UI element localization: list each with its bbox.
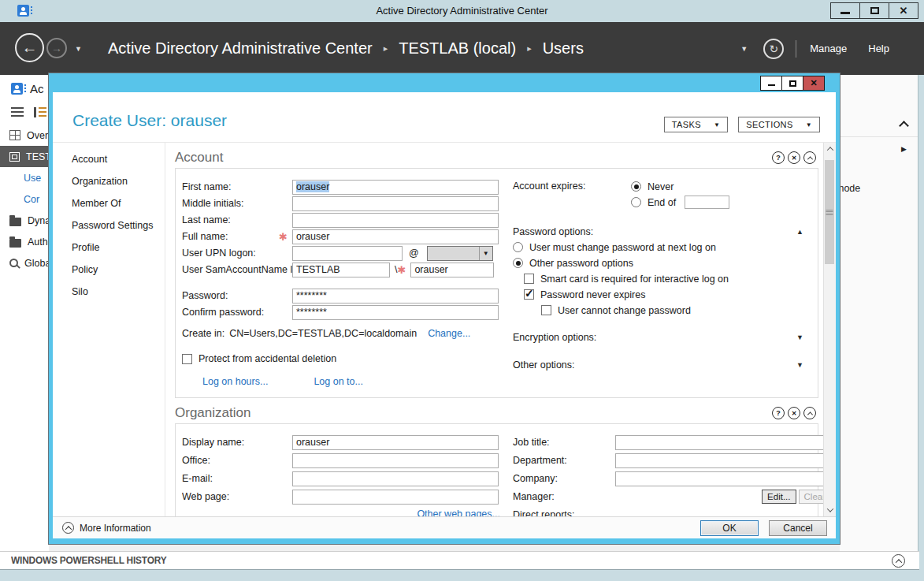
nav-item-member-of[interactable]: Member Of: [72, 198, 165, 220]
expand-down-icon[interactable]: [796, 333, 803, 341]
dialog-scrollbar[interactable]: [823, 143, 836, 516]
dialog-minimize-button[interactable]: [760, 76, 782, 91]
sidebar-item-overview[interactable]: Overv: [0, 125, 49, 146]
middle-initials-field[interactable]: [292, 196, 499, 211]
nav-item-password-settings[interactable]: Password Settings: [72, 220, 165, 242]
nav-item-policy[interactable]: Policy: [72, 264, 165, 286]
sidebar-item-global-search[interactable]: Globa: [0, 252, 49, 274]
first-name-field[interactable]: orauser: [292, 180, 499, 195]
scrollbar-thumb[interactable]: [825, 160, 834, 264]
tasks-pane-link-fragment[interactable]: mode: [840, 183, 860, 194]
nav-item-organization[interactable]: Organization: [72, 176, 165, 198]
end-of-date-field[interactable]: [685, 196, 729, 209]
sidebar-item-users[interactable]: Use: [0, 167, 49, 188]
scroll-up-icon[interactable]: [824, 143, 836, 155]
create-in-path: CN=Users,DC=TESTLAB,DC=localdomain: [229, 328, 417, 339]
upn-logon-field[interactable]: [292, 246, 403, 261]
breadcrumb-domain[interactable]: TESTLAB (local): [399, 39, 516, 58]
sam-account-label: User SamAccountName l...: [182, 264, 292, 275]
expires-never-radio[interactable]: [631, 181, 641, 192]
help-icon[interactable]: [772, 407, 785, 419]
account-expires-row: Account expires: Never End o: [513, 179, 810, 210]
expand-arrow-icon[interactable]: [901, 145, 907, 153]
collapse-up-icon[interactable]: [796, 228, 803, 236]
sam-name-field[interactable]: orauser: [410, 263, 494, 277]
list-view-icon[interactable]: [11, 107, 24, 117]
more-information-toggle[interactable]: More Information: [62, 522, 151, 534]
must-change-password-label: User must change password at next log on: [529, 242, 716, 253]
chevron-down-icon: [479, 247, 492, 260]
other-password-options-radio[interactable]: [513, 258, 523, 268]
password-never-expires-checkbox[interactable]: [524, 289, 534, 300]
company-field[interactable]: [615, 471, 823, 486]
dialog-maximize-button[interactable]: [781, 76, 803, 91]
department-field[interactable]: [615, 453, 823, 468]
log-on-hours-link[interactable]: Log on hours...: [202, 376, 268, 387]
email-field[interactable]: [292, 471, 499, 486]
account-right-column: Account expires: Never End o: [507, 179, 810, 387]
navigation-dropdown-icon[interactable]: [740, 45, 748, 53]
remove-section-icon[interactable]: [788, 151, 800, 164]
create-in-label: Create in:: [182, 328, 225, 339]
refresh-icon[interactable]: [763, 39, 784, 59]
help-menu[interactable]: Help: [868, 43, 889, 54]
sidebar-item-computers[interactable]: Cor: [0, 188, 49, 210]
sam-domain-field[interactable]: TESTLAB: [292, 263, 390, 277]
cannot-change-password-checkbox[interactable]: [541, 305, 551, 315]
expand-powershell-icon[interactable]: [892, 554, 905, 568]
maximize-button[interactable]: [859, 2, 889, 19]
protect-deletion-checkbox[interactable]: [182, 354, 192, 364]
scroll-down-icon[interactable]: [824, 504, 836, 516]
remove-section-icon[interactable]: [788, 407, 800, 419]
last-name-field[interactable]: [292, 213, 499, 228]
cancel-button[interactable]: Cancel: [769, 520, 827, 536]
minimize-button[interactable]: [830, 2, 860, 19]
expires-end-of-radio[interactable]: [631, 197, 641, 207]
nav-item-profile[interactable]: Profile: [72, 242, 165, 264]
full-name-label: Full name:✱: [182, 231, 292, 243]
job-title-field[interactable]: [615, 435, 823, 450]
forward-button[interactable]: [46, 38, 67, 58]
display-name-field[interactable]: orauser: [292, 435, 499, 450]
full-name-field[interactable]: orauser: [292, 229, 499, 244]
collapse-chevron-icon[interactable]: [899, 121, 909, 131]
office-field[interactable]: [292, 453, 499, 468]
logon-links-row: Log on hours... Log on to...: [182, 376, 507, 387]
nav-item-account[interactable]: Account: [72, 154, 165, 176]
upn-domain-combobox[interactable]: [427, 246, 493, 261]
breadcrumb-root[interactable]: Active Directory Administrative Center: [108, 39, 373, 58]
web-page-field[interactable]: [292, 490, 499, 505]
email-label: E-mail:: [182, 473, 292, 484]
organization-section-title: Organization: [175, 405, 250, 421]
help-icon[interactable]: [772, 151, 785, 164]
breadcrumb-container[interactable]: Users: [543, 39, 584, 58]
expand-down-icon[interactable]: [796, 361, 803, 369]
dialog-section-nav: Account Organization Member Of Password …: [53, 143, 165, 516]
smart-card-checkbox[interactable]: [524, 274, 534, 284]
close-button[interactable]: [889, 2, 918, 19]
back-button[interactable]: [15, 33, 44, 62]
dialog-main: Account Organization Member Of Password …: [53, 143, 836, 516]
collapse-section-icon[interactable]: [803, 151, 816, 164]
manage-menu[interactable]: Manage: [810, 43, 847, 54]
tasks-dropdown-button[interactable]: TASKS: [664, 117, 729, 132]
collapse-section-icon[interactable]: [803, 407, 816, 419]
sidebar-item-testlab[interactable]: TESTL: [0, 146, 49, 167]
log-on-to-link[interactable]: Log on to...: [314, 376, 363, 387]
nav-item-silo[interactable]: Silo: [72, 286, 165, 308]
folder-icon: [9, 218, 21, 226]
manager-edit-button[interactable]: Edit...: [762, 490, 796, 504]
change-link[interactable]: Change...: [428, 328, 470, 339]
dialog-close-button[interactable]: [803, 76, 825, 91]
password-field[interactable]: ********: [292, 289, 499, 304]
must-change-password-radio[interactable]: [513, 242, 523, 252]
history-dropdown-icon[interactable]: [75, 45, 82, 53]
ok-button[interactable]: OK: [700, 520, 759, 536]
other-web-pages-link[interactable]: Other web pages...: [417, 508, 500, 516]
sidebar-item-authentication[interactable]: Authe: [0, 231, 49, 252]
confirm-password-field[interactable]: ********: [292, 305, 499, 320]
tree-view-icon[interactable]: [34, 107, 46, 117]
sections-dropdown-button[interactable]: SECTIONS: [738, 117, 820, 132]
middle-initials-label: Middle initials:: [182, 198, 292, 209]
sidebar-item-dynamic-access[interactable]: Dyna: [0, 210, 49, 231]
